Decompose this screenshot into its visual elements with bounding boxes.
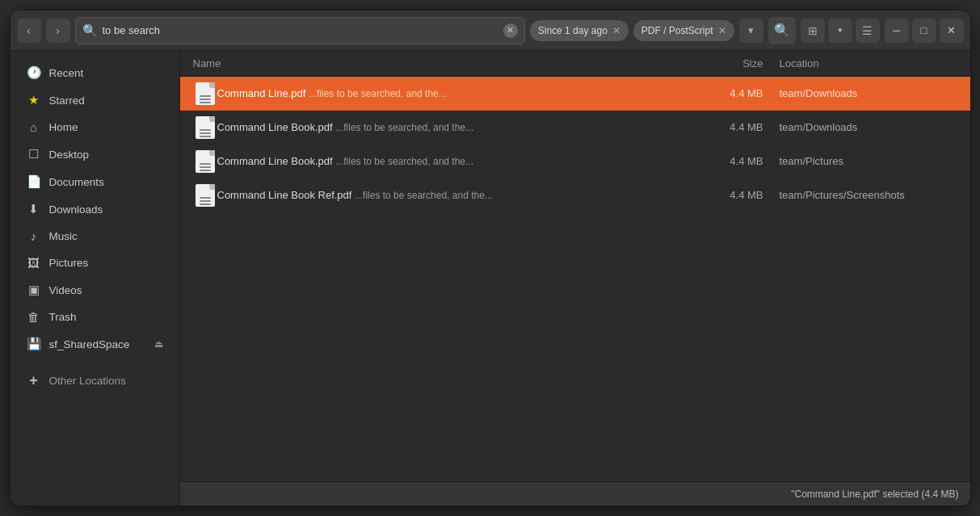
documents-icon: 📄 bbox=[27, 174, 41, 189]
sidebar-item-pictures[interactable]: 🖼 Pictures bbox=[15, 250, 175, 275]
filter-date-label: Since 1 day ago bbox=[538, 25, 608, 36]
eject-icon[interactable]: ⏏ bbox=[154, 338, 163, 350]
file-size: 4.4 MB bbox=[715, 121, 780, 133]
minimize-button[interactable]: ─ bbox=[885, 19, 909, 43]
sidebar-label-downloads: Downloads bbox=[49, 203, 163, 216]
videos-icon: ▣ bbox=[27, 283, 41, 297]
table-row[interactable]: Command Line Book Ref.pdf ...files to be… bbox=[180, 178, 970, 212]
grid-view-button[interactable]: ⊞ bbox=[801, 19, 825, 43]
file-size: 4.4 MB bbox=[715, 155, 780, 167]
sidebar-item-recent[interactable]: 🕐 Recent bbox=[15, 60, 175, 86]
search-icon: 🔍 bbox=[82, 23, 98, 38]
file-list: Command Line.pdf ...files to be searched… bbox=[180, 77, 970, 481]
starred-icon: ★ bbox=[27, 93, 41, 107]
sidebar-item-trash[interactable]: 🗑 Trash bbox=[15, 304, 175, 329]
desktop-icon: ☐ bbox=[27, 147, 41, 162]
file-list-header: Name Size Location bbox=[180, 51, 970, 77]
file-size: 4.4 MB bbox=[715, 189, 780, 201]
file-location: team/Downloads bbox=[780, 121, 957, 133]
sidebar-label-trash: Trash bbox=[49, 311, 163, 323]
back-button[interactable]: ‹ bbox=[17, 19, 41, 43]
recent-icon: 🕐 bbox=[27, 65, 41, 80]
main-window: ‹ › 🔍 ✕ Since 1 day ago ✕ PDF / PostScri… bbox=[10, 10, 971, 506]
search-clear-button[interactable]: ✕ bbox=[503, 23, 518, 38]
file-icon bbox=[193, 116, 217, 139]
maximize-button[interactable]: □ bbox=[912, 19, 936, 43]
sidebar-label-starred: Starred bbox=[49, 94, 163, 107]
window-controls: ─ □ ✕ bbox=[885, 19, 964, 43]
close-button[interactable]: ✕ bbox=[940, 19, 964, 43]
table-row[interactable]: Command Line Book.pdf ...files to be sea… bbox=[180, 145, 970, 178]
file-name-snippet: ...files to be searched, and the... bbox=[335, 156, 473, 167]
sidebar-label-pictures: Pictures bbox=[49, 257, 163, 269]
file-name: Command Line Book Ref.pdf ...files to be… bbox=[217, 189, 715, 201]
file-name: Command Line.pdf ...files to be searched… bbox=[217, 87, 715, 99]
file-location: team/Pictures bbox=[780, 155, 957, 167]
sidebar-item-other-locations[interactable]: + Other Locations bbox=[15, 367, 175, 395]
sidebar-label-videos: Videos bbox=[49, 284, 163, 296]
view-buttons: ⊞ ▾ ☰ bbox=[801, 19, 880, 43]
other-locations-icon: + bbox=[27, 372, 41, 389]
home-icon: ⌂ bbox=[27, 120, 41, 134]
sidebar-label-recent: Recent bbox=[49, 67, 163, 79]
pictures-icon: 🖼 bbox=[27, 256, 41, 270]
file-area: Name Size Location bbox=[180, 51, 970, 506]
sidebar-label-music: Music bbox=[49, 230, 163, 242]
search-input[interactable] bbox=[103, 24, 498, 36]
forward-button[interactable]: › bbox=[46, 19, 70, 43]
status-text: "Command Line.pdf" selected (4.4 MB) bbox=[791, 489, 958, 500]
file-icon bbox=[193, 184, 217, 207]
sidebar-item-starred[interactable]: ★ Starred bbox=[15, 87, 175, 113]
file-name-main: Command Line.pdf bbox=[217, 87, 306, 99]
filter-dropdown-button[interactable]: ▾ bbox=[739, 19, 763, 43]
music-icon: ♪ bbox=[27, 229, 41, 243]
col-location-header: Location bbox=[780, 57, 957, 69]
file-name-snippet: ...files to be searched, and the... bbox=[355, 190, 493, 201]
file-name: Command Line Book.pdf ...files to be sea… bbox=[217, 121, 715, 133]
file-name-main: Command Line Book.pdf bbox=[217, 155, 333, 167]
file-icon bbox=[193, 82, 217, 105]
table-row[interactable]: Command Line.pdf ...files to be searched… bbox=[180, 77, 970, 111]
filter-type-label: PDF / PostScript bbox=[641, 25, 713, 36]
col-size-header: Size bbox=[715, 57, 780, 69]
file-name-main: Command Line Book.pdf bbox=[217, 121, 333, 133]
sidebar-item-shared[interactable]: 💾 sf_SharedSpace ⏏ bbox=[15, 331, 175, 357]
titlebar: ‹ › 🔍 ✕ Since 1 day ago ✕ PDF / PostScri… bbox=[11, 10, 970, 51]
filter-date-close[interactable]: ✕ bbox=[612, 26, 620, 36]
file-location: team/Pictures/Screenshots bbox=[780, 189, 957, 201]
sidebar-item-home[interactable]: ⌂ Home bbox=[15, 115, 175, 140]
trash-icon: 🗑 bbox=[27, 310, 41, 324]
file-location: team/Downloads bbox=[780, 87, 957, 99]
sidebar-item-documents[interactable]: 📄 Documents bbox=[15, 169, 175, 195]
view-dropdown-button[interactable]: ▾ bbox=[828, 19, 852, 43]
file-name: Command Line Book.pdf ...files to be sea… bbox=[217, 155, 715, 167]
shared-icon: 💾 bbox=[27, 337, 41, 351]
sidebar-item-videos[interactable]: ▣ Videos bbox=[15, 277, 175, 303]
sidebar-label-other-locations: Other Locations bbox=[49, 375, 126, 387]
sidebar-label-desktop: Desktop bbox=[49, 149, 163, 161]
file-name-snippet: ...files to be searched, and the... bbox=[335, 122, 473, 133]
search-bar: 🔍 ✕ bbox=[75, 17, 525, 44]
filter-date-chip: Since 1 day ago ✕ bbox=[530, 20, 629, 41]
file-size: 4.4 MB bbox=[715, 87, 780, 99]
sidebar-label-documents: Documents bbox=[49, 176, 163, 188]
sidebar-item-music[interactable]: ♪ Music bbox=[15, 224, 175, 249]
table-row[interactable]: Command Line Book.pdf ...files to be sea… bbox=[180, 111, 970, 145]
filter-type-chip: PDF / PostScript ✕ bbox=[633, 20, 734, 41]
list-options-button[interactable]: ☰ bbox=[856, 19, 880, 43]
downloads-icon: ⬇ bbox=[27, 202, 41, 216]
sidebar-label-shared: sf_SharedSpace bbox=[49, 338, 146, 350]
col-name-header: Name bbox=[193, 57, 715, 69]
main-area: 🕐 Recent ★ Starred ⌂ Home ☐ Desktop 📄 Do… bbox=[11, 51, 970, 506]
filter-type-close[interactable]: ✕ bbox=[718, 26, 726, 36]
search-toggle-button[interactable]: 🔍 bbox=[768, 17, 796, 44]
file-name-main: Command Line Book Ref.pdf bbox=[217, 189, 352, 201]
sidebar: 🕐 Recent ★ Starred ⌂ Home ☐ Desktop 📄 Do… bbox=[11, 51, 180, 506]
sidebar-item-desktop[interactable]: ☐ Desktop bbox=[15, 141, 175, 167]
sidebar-item-downloads[interactable]: ⬇ Downloads bbox=[15, 196, 175, 222]
file-name-snippet: ...files to be searched, and the... bbox=[309, 88, 447, 99]
sidebar-label-home: Home bbox=[49, 121, 163, 133]
statusbar: "Command Line.pdf" selected (4.4 MB) bbox=[180, 481, 970, 506]
file-icon bbox=[193, 150, 217, 173]
